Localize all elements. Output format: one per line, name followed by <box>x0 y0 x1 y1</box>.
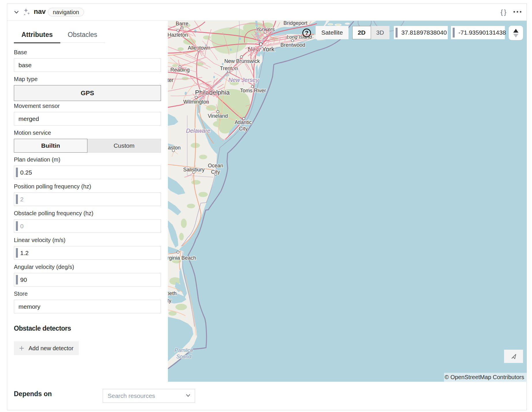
svg-text:City: City <box>211 169 220 175</box>
svg-text:ter: ter <box>168 77 173 83</box>
svg-text:Brentwood: Brentwood <box>280 42 305 48</box>
svg-text:Barre: Barre <box>176 21 188 27</box>
svg-text:Sound: Sound <box>176 354 192 359</box>
svg-text:Salisbury: Salisbury <box>183 167 205 173</box>
svg-text:City: City <box>239 126 248 132</box>
svg-text:Delaware: Delaware <box>186 128 210 134</box>
svg-text:Wilmington: Wilmington <box>183 99 209 105</box>
svg-text:New York: New York <box>248 46 275 53</box>
svg-text:Hazleton: Hazleton <box>168 32 188 38</box>
svg-text:Ocean: Ocean <box>208 163 223 168</box>
svg-text:Bridgeport: Bridgeport <box>283 21 307 26</box>
svg-text:Easton: Easton <box>168 145 181 151</box>
svg-text:Reading: Reading <box>170 67 190 73</box>
svg-text:Toms River: Toms River <box>240 88 266 93</box>
svg-text:Elizabeth: Elizabeth <box>168 291 177 296</box>
svg-text:New Jersey: New Jersey <box>228 77 259 83</box>
svg-text:Pamlico: Pamlico <box>175 347 193 353</box>
svg-text:Atlantic: Atlantic <box>235 119 252 125</box>
svg-text:City: City <box>168 298 171 304</box>
svg-text:Vineland: Vineland <box>208 113 228 119</box>
svg-text:New Brunswick: New Brunswick <box>224 58 260 64</box>
svg-text:Trenton: Trenton <box>220 65 237 71</box>
svg-text:Virginia Beach: Virginia Beach <box>168 255 196 261</box>
